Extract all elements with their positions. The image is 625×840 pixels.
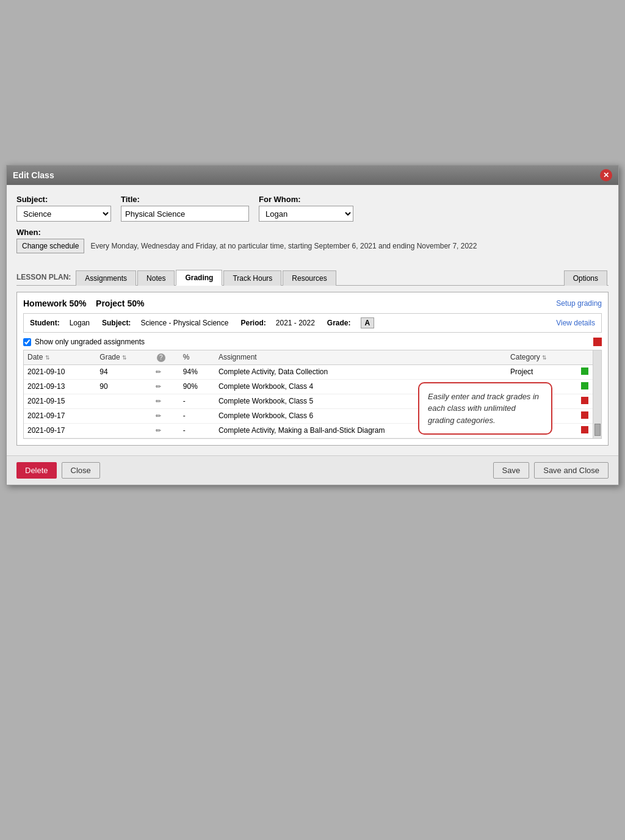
dialog-close-button[interactable]: ✕ bbox=[600, 169, 612, 181]
cell-edit[interactable]: ✏ bbox=[152, 423, 179, 438]
grade-label: Grade: bbox=[327, 319, 351, 327]
cell-pct: 90% bbox=[179, 379, 215, 394]
tab-resources[interactable]: Resources bbox=[283, 270, 336, 286]
cell-date: 2021-09-17 bbox=[24, 408, 96, 423]
when-label: When: bbox=[16, 228, 609, 237]
subject-info-label: Subject: bbox=[102, 319, 131, 327]
cell-grade: 94 bbox=[96, 364, 151, 379]
tab-grading[interactable]: Grading bbox=[176, 270, 222, 286]
delete-button[interactable]: Delete bbox=[16, 462, 57, 479]
tab-assignments[interactable]: Assignments bbox=[76, 270, 136, 286]
cell-grade bbox=[96, 408, 151, 423]
col-header-grade[interactable]: Grade ⇅ bbox=[96, 350, 151, 364]
col-header-help[interactable]: ? bbox=[152, 350, 179, 364]
cell-date: 2021-09-13 bbox=[24, 379, 96, 394]
cell-edit[interactable]: ✏ bbox=[152, 394, 179, 408]
subject-label: Subject: bbox=[16, 195, 111, 204]
tabs-row: LESSON PLAN: Assignments Notes Grading T… bbox=[16, 269, 609, 286]
cell-category: Project bbox=[507, 364, 577, 379]
cell-date: 2021-09-17 bbox=[24, 423, 96, 438]
cell-spacer bbox=[495, 364, 507, 379]
col-header-pct[interactable]: % bbox=[179, 350, 215, 364]
dialog-footer: Delete Close Save Save and Close bbox=[7, 455, 618, 485]
student-name: Logan bbox=[70, 319, 90, 327]
cell-grade: 90 bbox=[96, 379, 151, 394]
clear-filter-button[interactable] bbox=[593, 338, 602, 346]
period-label: Period: bbox=[240, 319, 266, 327]
title-label: Title: bbox=[121, 195, 249, 204]
cell-pct: - bbox=[179, 408, 215, 423]
homework-pct: 50% bbox=[69, 299, 86, 308]
when-group: When: Change schedule Every Monday, Wedn… bbox=[16, 228, 609, 262]
student-info-bar: Student: Logan Subject: Science - Physic… bbox=[23, 313, 602, 333]
footer-left: Delete Close bbox=[16, 462, 100, 479]
cell-date: 2021-09-10 bbox=[24, 364, 96, 379]
cell-grade bbox=[96, 394, 151, 408]
tab-options[interactable]: Options bbox=[564, 270, 607, 286]
subject-group: Subject: Science bbox=[16, 195, 111, 222]
footer-right: Save Save and Close bbox=[493, 462, 609, 479]
close-button[interactable]: Close bbox=[62, 462, 100, 479]
cell-grade bbox=[96, 423, 151, 438]
dialog-body: Subject: Science Title: For Whom: Logan … bbox=[7, 185, 618, 455]
grading-categories: Homework 50% Project 50% bbox=[23, 299, 144, 308]
dialog-title: Edit Class bbox=[13, 170, 54, 180]
scroll-thumb bbox=[594, 424, 601, 436]
col-header-empty bbox=[495, 350, 507, 364]
cell-assignment: Complete Activity, Data Collection bbox=[215, 364, 495, 379]
save-and-close-button[interactable]: Save and Close bbox=[534, 462, 609, 479]
scroll-indicator[interactable] bbox=[593, 350, 601, 438]
show-ungraded-checkbox[interactable] bbox=[23, 338, 31, 346]
cell-pct: 94% bbox=[179, 364, 215, 379]
homework-label: Homework bbox=[23, 299, 67, 308]
cell-edit[interactable]: ✏ bbox=[152, 379, 179, 394]
change-schedule-button[interactable]: Change schedule bbox=[16, 239, 84, 253]
student-label: Student: bbox=[30, 319, 60, 327]
show-ungraded-label: Show only ungraded assignments bbox=[35, 338, 145, 346]
cell-pct: - bbox=[179, 394, 215, 408]
grading-content: Homework 50% Project 50% Setup grading S… bbox=[16, 292, 609, 446]
subject-select[interactable]: Science bbox=[16, 206, 111, 222]
col-header-assignment[interactable]: Assignment bbox=[215, 350, 495, 364]
form-row-1: Subject: Science Title: For Whom: Logan bbox=[16, 195, 609, 222]
table-row: 2021-09-10 94 ✏ 94% Complete Activity, D… bbox=[24, 364, 601, 379]
lesson-plan-label: LESSON PLAN: bbox=[16, 273, 71, 285]
edit-class-dialog: Edit Class ✕ Subject: Science Title: For… bbox=[6, 165, 619, 485]
subject-info-value: Science - Physical Science bbox=[140, 319, 228, 327]
cell-date: 2021-09-15 bbox=[24, 394, 96, 408]
dialog-titlebar: Edit Class ✕ bbox=[7, 165, 618, 185]
tab-notes[interactable]: Notes bbox=[137, 270, 175, 286]
period-value: 2021 - 2022 bbox=[276, 319, 315, 327]
lesson-plan-section: LESSON PLAN: Assignments Notes Grading T… bbox=[16, 269, 609, 286]
setup-grading-link[interactable]: Setup grading bbox=[556, 299, 602, 308]
assignments-table-wrapper: Date ⇅ Grade ⇅ ? % Assignment Category ⇅ bbox=[23, 350, 602, 439]
view-details-link[interactable]: View details bbox=[556, 319, 595, 327]
title-input[interactable] bbox=[121, 206, 249, 222]
grade-badge: A bbox=[361, 317, 375, 328]
tooltip-box: Easily enter and track grades in each cl… bbox=[418, 382, 552, 435]
col-header-category[interactable]: Category ⇅ bbox=[507, 350, 577, 364]
col-header-date[interactable]: Date ⇅ bbox=[24, 350, 96, 364]
title-group: Title: bbox=[121, 195, 249, 222]
grading-header: Homework 50% Project 50% Setup grading bbox=[23, 299, 602, 308]
cell-edit[interactable]: ✏ bbox=[152, 364, 179, 379]
for-whom-label: For Whom: bbox=[259, 195, 353, 204]
for-whom-group: For Whom: Logan bbox=[259, 195, 353, 222]
cell-edit[interactable]: ✏ bbox=[152, 408, 179, 423]
save-button[interactable]: Save bbox=[493, 462, 530, 479]
tab-track-hours[interactable]: Track Hours bbox=[223, 270, 281, 286]
project-label: Project bbox=[96, 299, 125, 308]
for-whom-select[interactable]: Logan bbox=[259, 206, 353, 222]
when-text: Every Monday, Wednesday and Friday, at n… bbox=[90, 242, 477, 250]
show-ungraded-row: Show only ungraded assignments bbox=[23, 338, 602, 346]
tooltip-text: Easily enter and track grades in each cl… bbox=[428, 392, 539, 425]
when-row: Change schedule Every Monday, Wednesday … bbox=[16, 239, 609, 253]
project-pct: 50% bbox=[127, 299, 144, 308]
cell-pct: - bbox=[179, 423, 215, 438]
